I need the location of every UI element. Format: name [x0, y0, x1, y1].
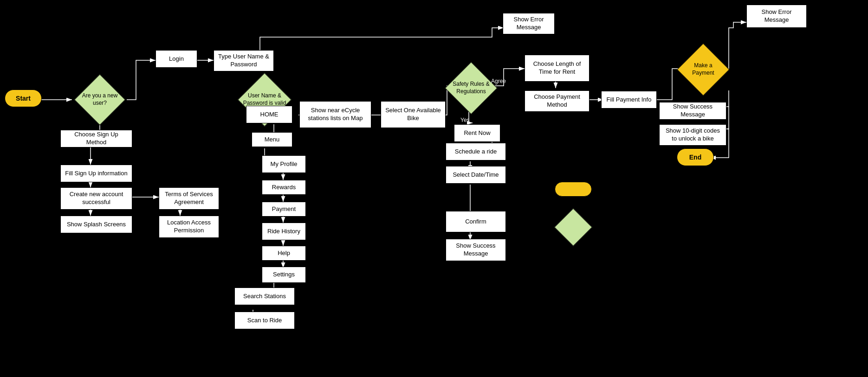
show-error-msg-center-box: Show Error Message — [503, 13, 555, 34]
home-box: HOME — [246, 106, 292, 123]
yes-label: Yes — [460, 117, 470, 123]
ride-history-box: Ride History — [262, 223, 306, 240]
rent-now-box: Rent Now — [454, 124, 500, 142]
select-date-time-box: Select Date/Time — [446, 166, 506, 184]
choose-payment-method-box: Choose Payment Method — [525, 90, 589, 112]
confirm-box: Confirm — [446, 211, 506, 232]
decorative-diamond — [555, 209, 592, 246]
login-box: Login — [155, 50, 197, 68]
flowchart: Start Are you a new user? Login Type Use… — [0, 0, 868, 377]
search-stations-box: Search Stations — [234, 288, 295, 305]
scan-to-ride-box: Scan to Ride — [234, 312, 295, 329]
terms-of-services-box: Terms of Services Agreement — [159, 187, 219, 210]
end-label: End — [689, 153, 701, 161]
show-splash-screens-box: Show Splash Screens — [60, 216, 132, 233]
show-success-schedule-box: Show Success Message — [446, 239, 506, 261]
make-payment-diamond: Make a Payment — [678, 46, 729, 93]
fill-signup-info-box: Fill Sign Up information — [60, 165, 132, 182]
choose-length-box: Choose Length of Time for Rent — [525, 55, 589, 82]
location-access-box: Location Access Permission — [159, 216, 219, 238]
agree-label: Agree — [491, 78, 506, 84]
safety-rules-diamond: Safety Rules & Regulations — [446, 65, 497, 111]
fill-payment-info-box: Fill Payment Info — [601, 91, 657, 109]
choose-signup-method-box: Choose Sign Up Method — [60, 130, 132, 147]
menu-box: Menu — [252, 132, 292, 147]
payment-box: Payment — [262, 202, 306, 217]
show-success-msg-right-box: Show Success Message — [659, 102, 726, 120]
settings-box: Settings — [262, 267, 306, 283]
decorative-oval — [555, 182, 592, 197]
show-near-ecycle-box: Show near eCycle stations lists on Map — [299, 101, 371, 128]
show-error-msg-right-box: Show Error Message — [746, 5, 807, 28]
start-label: Start — [16, 95, 31, 102]
show-10digit-codes-box: Show 10-digit codes to unlock a bike — [659, 124, 726, 146]
rewards-box: Rewards — [262, 180, 306, 195]
are-you-new-user-diamond: Are you a new user? — [72, 79, 128, 121]
schedule-ride-box: Schedule a ride — [446, 143, 506, 160]
create-new-account-box: Create new account successful — [60, 187, 132, 210]
start-oval: Start — [5, 89, 42, 107]
select-available-bike-box: Select One Available Bike — [381, 101, 446, 128]
type-username-password-box: Type User Name & Password — [214, 50, 274, 71]
help-box: Help — [262, 246, 306, 261]
end-oval: End — [677, 148, 714, 166]
my-profile-box: My Profile — [262, 155, 306, 173]
